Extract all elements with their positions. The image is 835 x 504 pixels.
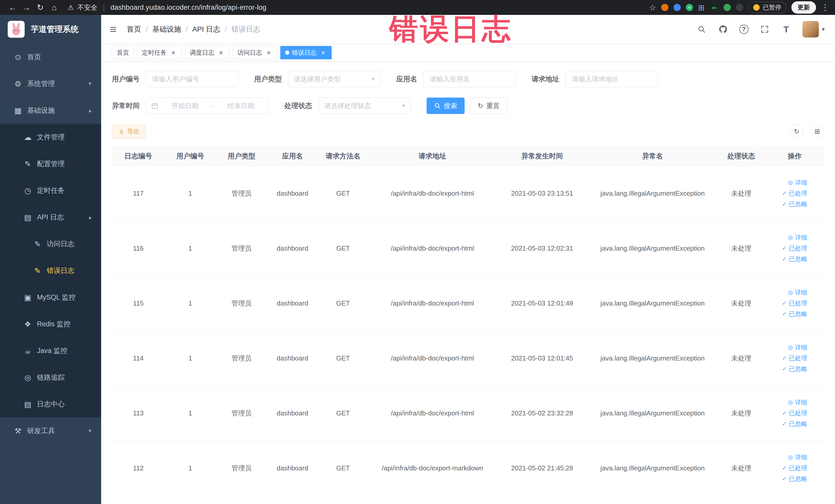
processed-link[interactable]: ✓已处理	[782, 299, 807, 307]
sidebar-item-java[interactable]: ☕Java 监控	[0, 337, 101, 364]
ignored-link[interactable]: ✓已忽略	[782, 475, 807, 483]
close-icon[interactable]: ×	[265, 49, 272, 56]
tab-label: 调度日志	[190, 48, 214, 57]
processed-link[interactable]: ✓已处理	[782, 464, 807, 472]
sidebar-item-redis[interactable]: ❖Redis 监控	[0, 311, 101, 337]
ignored-link[interactable]: ✓已忽略	[782, 200, 807, 208]
rabbit-logo-icon	[8, 21, 25, 38]
process-status-select[interactable]: 请选择处理状态 ▾	[318, 98, 411, 114]
breadcrumb-separator: /	[146, 25, 148, 33]
close-icon[interactable]: ×	[170, 49, 177, 56]
sidebar-item-error-log[interactable]: ✎错误日志	[0, 257, 101, 284]
tab-job-log[interactable]: 调度日志×	[185, 46, 229, 59]
address-bar[interactable]: ⚠ 不安全 | dashboard.yudao.iocoder.cn/infra…	[68, 3, 649, 12]
refresh-table-button[interactable]: ↻	[790, 124, 804, 138]
column-settings-button[interactable]: ⊞	[810, 124, 824, 138]
user-menu[interactable]: ▾	[802, 21, 825, 38]
sidebar-item-access-log[interactable]: ✎访问日志	[0, 230, 101, 257]
grid-extension-icon[interactable]: ⊞	[698, 3, 705, 12]
processed-link[interactable]: ✓已处理	[782, 244, 807, 253]
breadcrumb-item[interactable]: API 日志	[192, 24, 220, 34]
detail-link[interactable]: ◎详细	[788, 453, 807, 461]
leaf-extension-icon[interactable]	[724, 4, 731, 11]
processed-link[interactable]: ✓已处理	[782, 354, 807, 362]
ignored-link[interactable]: ✓已忽略	[782, 420, 807, 428]
reload-icon[interactable]: ↻	[33, 1, 47, 14]
ignored-link[interactable]: ✓已忽略	[782, 365, 807, 373]
start-date-placeholder[interactable]: 开始日期	[163, 101, 207, 110]
hamburger-icon[interactable]: ≡	[110, 24, 117, 35]
column-header: 请求方法名	[318, 146, 368, 166]
user-type-select[interactable]: 请选择用户类型 ▾	[288, 71, 381, 87]
detail-link[interactable]: ◎详细	[788, 288, 807, 297]
end-date-placeholder[interactable]: 结束日期	[219, 101, 263, 110]
close-icon[interactable]: ×	[320, 49, 327, 56]
column-header: 操作	[765, 146, 824, 166]
breadcrumb-item[interactable]: 首页	[127, 24, 141, 34]
sidebar-item-job[interactable]: ◷定时任务	[0, 177, 101, 204]
drop-extension-icon[interactable]	[674, 4, 681, 11]
close-icon[interactable]: ×	[218, 49, 225, 56]
forward-icon[interactable]: →	[20, 1, 33, 14]
avatar[interactable]	[802, 21, 819, 38]
detail-link[interactable]: ◎详细	[788, 398, 807, 406]
breadcrumb-item[interactable]: 基础设施	[152, 24, 181, 34]
cell-status: 未处理	[717, 221, 765, 276]
filter-app-name-group: 应用名	[396, 71, 516, 87]
sidebar-item-infrastructure[interactable]: ▦基础设施▴	[0, 97, 101, 124]
sidebar-item-file[interactable]: ☁文件管理	[0, 124, 101, 150]
processed-link[interactable]: ✓已处理	[782, 409, 807, 417]
sidebar-item-trace[interactable]: ◎链路追踪	[0, 364, 101, 391]
user-id-input[interactable]	[146, 71, 238, 87]
tab-access-log[interactable]: 访问日志×	[232, 46, 277, 59]
sidebar-item-config[interactable]: ✎配置管理	[0, 150, 101, 177]
ignored-link[interactable]: ✓已忽略	[782, 310, 807, 318]
cell-exception: java.lang.IllegalArgumentException	[588, 331, 717, 386]
tab-error-log[interactable]: 错误日志×	[280, 46, 332, 59]
detail-link[interactable]: ◎详细	[788, 234, 807, 242]
update-button[interactable]: 更新	[791, 1, 816, 14]
search-icon[interactable]	[696, 24, 707, 35]
filter-user-id-group: 用户编号	[112, 71, 238, 87]
sidebar-menu: ⊙首页⚙系统管理▾▦基础设施▴☁文件管理✎配置管理◷定时任务▤API 日志▴✎访…	[0, 44, 101, 444]
switch-on-extension-icon[interactable]: on	[710, 4, 718, 11]
back-icon[interactable]: ←	[6, 1, 20, 14]
check-icon: ✓	[782, 201, 787, 207]
export-button[interactable]: 导出	[112, 124, 146, 139]
bookmark-star-icon[interactable]: ☆	[649, 3, 656, 12]
search-button[interactable]: 搜索	[427, 98, 465, 114]
tab-job[interactable]: 定时任务×	[137, 46, 182, 59]
tab-home[interactable]: 首页	[112, 46, 134, 59]
help-icon[interactable]: ?	[739, 25, 749, 34]
app-name-input[interactable]	[423, 71, 516, 87]
github-icon[interactable]	[718, 24, 729, 35]
ignored-link[interactable]: ✓已忽略	[782, 255, 807, 263]
detail-link[interactable]: ◎详细	[788, 343, 807, 351]
user-type-placeholder: 请选择用户类型	[294, 75, 341, 84]
request-url-input[interactable]	[566, 71, 658, 87]
cell-status: 未处理	[717, 276, 765, 331]
logo[interactable]: 芋道管理系统	[0, 15, 101, 44]
reset-button[interactable]: ↻ 重置	[470, 98, 507, 114]
font-size-icon[interactable]: T	[781, 24, 792, 35]
sidebar-item-dev-tools[interactable]: ⚒研发工具▾	[0, 418, 101, 444]
home-icon[interactable]: ⌂	[47, 1, 61, 14]
processed-link[interactable]: ✓已处理	[782, 189, 807, 198]
detail-link[interactable]: ◎详细	[788, 178, 807, 187]
yudao-extension-icon[interactable]: Y	[686, 4, 693, 11]
url-text[interactable]: dashboard.yudao.iocoder.cn/infra/log/api…	[110, 4, 266, 12]
sidebar-item-api-log[interactable]: ▤API 日志▴	[0, 204, 101, 230]
sidebar-item-mysql[interactable]: ▣MySQL 监控	[0, 284, 101, 311]
date-range-picker[interactable]: 开始日期 - 结束日期	[146, 98, 268, 114]
paw-extension-icon[interactable]	[736, 4, 743, 11]
sidebar-item-system[interactable]: ⚙系统管理▾	[0, 70, 101, 97]
cloud-icon: ☁	[22, 133, 33, 142]
adblock-extension-icon[interactable]	[661, 4, 668, 11]
request-url-label: 请求地址	[532, 75, 559, 84]
fullscreen-icon[interactable]	[759, 24, 770, 35]
paused-extension-badge[interactable]: 已暂停	[748, 2, 786, 13]
table-toolbar: 导出 ↻ ⊞	[112, 124, 824, 139]
sidebar-item-home[interactable]: ⊙首页	[0, 44, 101, 70]
browser-menu-icon[interactable]: ⋮	[821, 3, 829, 12]
sidebar-item-log-center[interactable]: ▤日志中心	[0, 391, 101, 418]
